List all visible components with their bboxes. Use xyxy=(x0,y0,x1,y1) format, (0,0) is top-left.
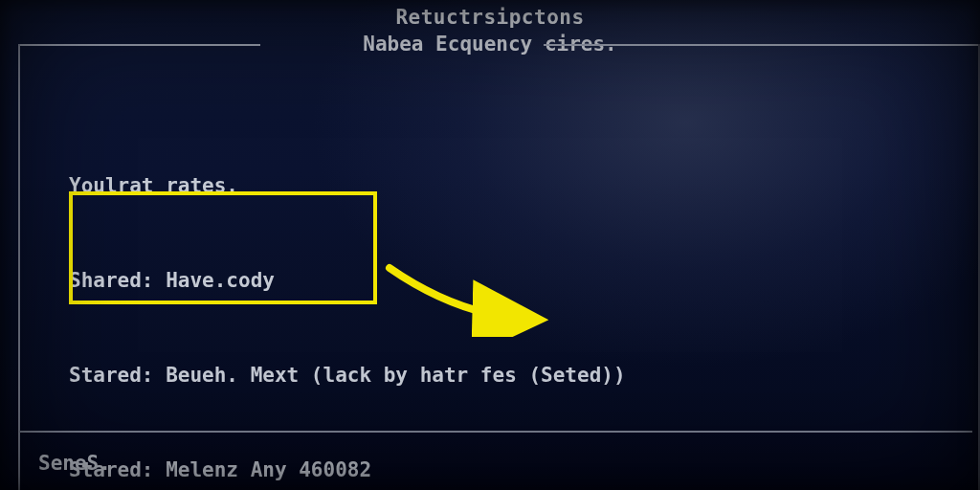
info-line: Stared: Melenz Any 460082 xyxy=(69,455,626,486)
info-line: Stared: Beueh. Mext (lack by hatr fes (S… xyxy=(69,360,626,391)
page-title: Retuctrsipctons xyxy=(0,6,980,29)
section-heading: Youlrat rates. xyxy=(69,170,626,202)
divider-right xyxy=(544,44,980,46)
bios-screen: Retuctrsipctons Nabea Ecquency cires. Yo… xyxy=(0,0,980,490)
footer-divider xyxy=(19,431,972,433)
subtitle-row: Nabea Ecquency cires. xyxy=(0,33,980,56)
info-list: Youlrat rates. Shared: Have.cody Stared:… xyxy=(69,107,626,490)
frame-left xyxy=(18,44,20,490)
footer-label: SeneS. xyxy=(38,452,111,475)
info-line: Shared: Have.cody xyxy=(69,265,626,297)
